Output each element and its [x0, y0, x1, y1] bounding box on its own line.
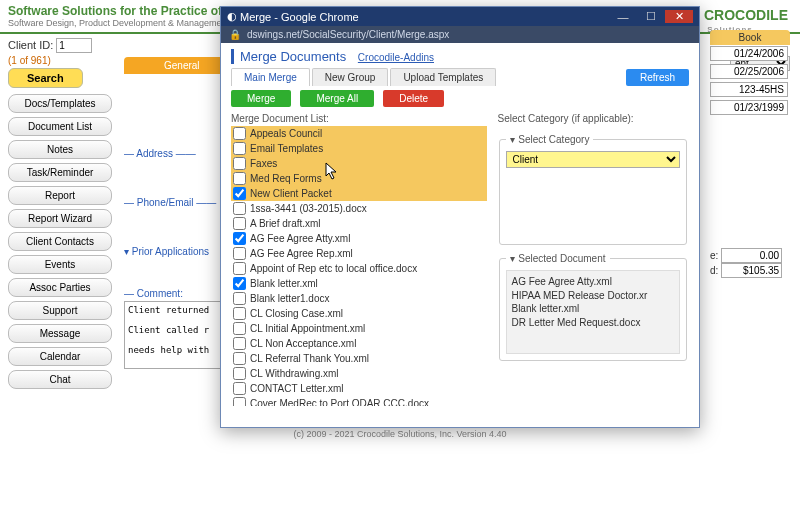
delete-button[interactable]: Delete [383, 90, 444, 107]
doc-name: Appeals Council [250, 128, 322, 139]
right-value-input[interactable] [710, 82, 788, 97]
doc-name: 1ssa-3441 (03-2015).docx [250, 203, 367, 214]
doc-checkbox[interactable] [233, 367, 246, 380]
doc-checkbox[interactable] [233, 292, 246, 305]
right-value-input[interactable] [710, 46, 788, 61]
nav-calendar[interactable]: Calendar [8, 347, 112, 366]
doc-checkbox[interactable] [233, 262, 246, 275]
selected-item[interactable]: HIPAA MED Release Doctor.xr [511, 289, 675, 303]
doc-item[interactable]: CL Referral Thank You.xml [231, 351, 487, 366]
nav-task-reminder[interactable]: Task/Reminder [8, 163, 112, 182]
doc-item[interactable]: Med Req Forms [231, 171, 487, 186]
fee-d-input[interactable] [721, 263, 782, 278]
doc-item[interactable]: Appoint of Rep etc to local office.docx [231, 261, 487, 276]
doc-item[interactable]: Appeals Council [231, 126, 487, 141]
modal-heading: Merge Documents Crocodile-Addins [231, 49, 689, 64]
doc-name: Faxes [250, 158, 277, 169]
doc-name: Cover MedRec to Port ODAR CCC.docx [250, 398, 429, 406]
close-button[interactable]: ✕ [665, 10, 693, 23]
doc-item[interactable]: Blank letter1.docx [231, 291, 487, 306]
doc-checkbox[interactable] [233, 247, 246, 260]
doc-checkbox[interactable] [233, 202, 246, 215]
doc-item[interactable]: CL Non Acceptance.xml [231, 336, 487, 351]
doc-item[interactable]: A Brief draft.xml [231, 216, 487, 231]
doc-item[interactable]: Faxes [231, 156, 487, 171]
doc-checkbox[interactable] [233, 337, 246, 350]
doc-checkbox[interactable] [233, 307, 246, 320]
doc-item[interactable]: CL Withdrawing.xml [231, 366, 487, 381]
nav-events[interactable]: Events [8, 255, 112, 274]
doc-item[interactable]: CL Closing Case.xml [231, 306, 487, 321]
doc-checkbox[interactable] [233, 277, 246, 290]
doc-name: Blank letter.xml [250, 278, 318, 289]
doc-item[interactable]: Blank letter.xml [231, 276, 487, 291]
doc-checkbox[interactable] [233, 157, 246, 170]
selected-item[interactable]: AG Fee Agree Atty.xml [511, 275, 675, 289]
doc-name: CL Initial Appointment.xml [250, 323, 365, 334]
nav-document-list[interactable]: Document List [8, 117, 112, 136]
lock-icon: 🔒 [229, 29, 241, 40]
refresh-button[interactable]: Refresh [626, 69, 689, 86]
maximize-button[interactable]: ☐ [637, 10, 665, 23]
chrome-icon: ◐ [227, 10, 237, 23]
right-value-input[interactable] [710, 64, 788, 79]
doc-item[interactable]: New Client Packet [231, 186, 487, 201]
address-bar[interactable]: 🔒 dswings.net/SocialSecurity/Client/Merg… [221, 26, 699, 43]
doc-name: AG Fee Agree Atty.xml [250, 233, 350, 244]
nav-assoc-parties[interactable]: Assoc Parties [8, 278, 112, 297]
doc-checkbox[interactable] [233, 127, 246, 140]
minimize-button[interactable]: — [609, 11, 637, 23]
nav-client-contacts[interactable]: Client Contacts [8, 232, 112, 251]
doc-item[interactable]: CL Initial Appointment.xml [231, 321, 487, 336]
doc-checkbox[interactable] [233, 382, 246, 395]
doc-item[interactable]: Email Templates [231, 141, 487, 156]
doc-item[interactable]: Cover MedRec to Port ODAR CCC.docx [231, 396, 487, 406]
doc-checkbox[interactable] [233, 232, 246, 245]
modal-titlebar[interactable]: ◐ Merge - Google Chrome — ☐ ✕ [221, 7, 699, 26]
search-button[interactable]: Search [8, 68, 83, 88]
doc-name: AG Fee Agree Rep.xml [250, 248, 353, 259]
doc-checkbox[interactable] [233, 397, 246, 406]
nav-report-wizard[interactable]: Report Wizard [8, 209, 112, 228]
merge-button[interactable]: Merge [231, 90, 291, 107]
selected-item[interactable]: DR Letter Med Request.docx [511, 316, 675, 330]
selected-item[interactable]: Blank letter.xml [511, 302, 675, 316]
category-label: Select Category (if applicable): [497, 113, 689, 124]
doc-name: Blank letter1.docx [250, 293, 330, 304]
doc-name: Med Req Forms [250, 173, 322, 184]
right-value-input[interactable] [710, 100, 788, 115]
client-count: (1 of 961) [8, 55, 112, 66]
modal-tab-new-group[interactable]: New Group [312, 68, 389, 86]
merge-all-button[interactable]: Merge All [300, 90, 374, 107]
category-select[interactable]: Client [506, 151, 680, 168]
doc-item[interactable]: CONTACT Letter.xml [231, 381, 487, 396]
document-list[interactable]: Appeals CouncilEmail TemplatesFaxesMed R… [231, 126, 487, 406]
doc-checkbox[interactable] [233, 217, 246, 230]
doc-checkbox[interactable] [233, 172, 246, 185]
nav-message[interactable]: Message [8, 324, 112, 343]
nav-chat[interactable]: Chat [8, 370, 112, 389]
doc-checkbox[interactable] [233, 187, 246, 200]
doc-item[interactable]: 1ssa-3441 (03-2015).docx [231, 201, 487, 216]
doc-checkbox[interactable] [233, 142, 246, 155]
doc-list-label: Merge Document List: [231, 113, 487, 124]
nav-notes[interactable]: Notes [8, 140, 112, 159]
modal-tab-upload-templates[interactable]: Upload Templates [390, 68, 496, 86]
doc-checkbox[interactable] [233, 322, 246, 335]
doc-item[interactable]: AG Fee Agree Atty.xml [231, 231, 487, 246]
doc-name: CL Referral Thank You.xml [250, 353, 369, 364]
doc-name: Email Templates [250, 143, 323, 154]
doc-name: New Client Packet [250, 188, 332, 199]
nav-report[interactable]: Report [8, 186, 112, 205]
fee-e-label: e: [710, 250, 718, 261]
nav-support[interactable]: Support [8, 301, 112, 320]
crocodile-addins-link[interactable]: Crocodile-Addins [358, 52, 434, 63]
fee-e-input[interactable] [721, 248, 782, 263]
nav-docs-templates[interactable]: Docs/Templates [8, 94, 112, 113]
modal-tab-main-merge[interactable]: Main Merge [231, 68, 310, 86]
doc-checkbox[interactable] [233, 352, 246, 365]
selected-list[interactable]: AG Fee Agree Atty.xmlHIPAA MED Release D… [506, 270, 680, 354]
doc-name: CONTACT Letter.xml [250, 383, 344, 394]
doc-item[interactable]: AG Fee Agree Rep.xml [231, 246, 487, 261]
client-id-input[interactable] [56, 38, 92, 53]
